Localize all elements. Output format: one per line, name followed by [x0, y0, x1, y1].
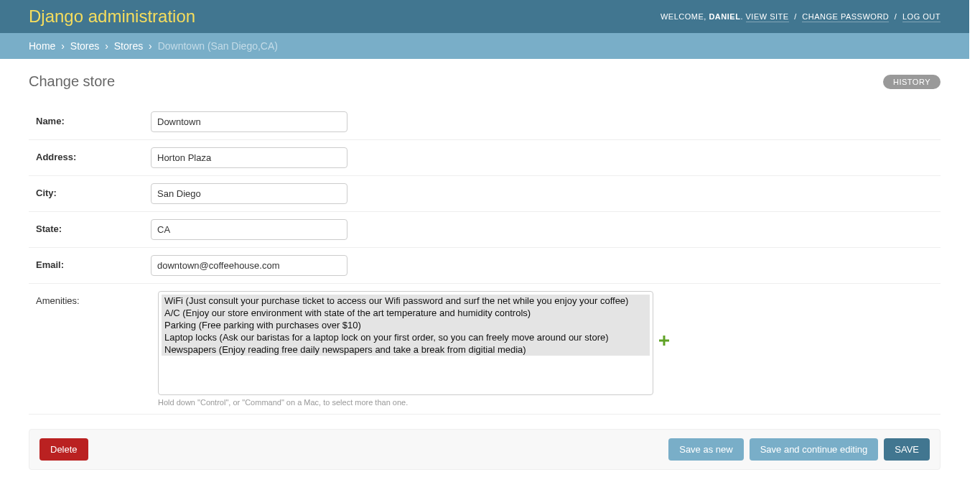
amenities-help: Hold down "Control", or "Command" on a M…	[158, 398, 933, 407]
state-label: State:	[36, 219, 151, 234]
amenities-label: Amenities:	[36, 291, 151, 306]
amenity-option[interactable]: Parking (Free parking with purchases ove…	[162, 319, 650, 331]
username: DANIEL	[709, 12, 740, 21]
site-title: Django administration	[29, 6, 195, 27]
admin-header: Django administration WELCOME, DANIEL. V…	[0, 0, 969, 33]
address-input[interactable]	[151, 147, 347, 168]
address-label: Address:	[36, 147, 151, 162]
city-input[interactable]	[151, 183, 347, 204]
field-row-state: State:	[29, 212, 941, 248]
amenity-option[interactable]: Newspapers (Enjoy reading free daily new…	[162, 343, 650, 356]
branding: Django administration	[29, 6, 195, 27]
breadcrumb-current: Downtown (San Diego,CA)	[158, 40, 278, 52]
save-as-new-button[interactable]	[668, 438, 743, 461]
field-row-name: Name:	[29, 104, 941, 140]
state-input[interactable]	[151, 219, 347, 240]
view-site-link[interactable]: VIEW SITE	[746, 12, 789, 22]
field-row-address: Address:	[29, 140, 941, 176]
delete-button[interactable]: Delete	[39, 438, 88, 461]
name-input[interactable]	[151, 111, 347, 132]
breadcrumb-app[interactable]: Stores	[70, 40, 99, 52]
add-amenity-icon[interactable]	[659, 334, 669, 349]
amenity-option[interactable]: WiFi (Just consult your purchase ticket …	[162, 295, 650, 307]
user-tools: WELCOME, DANIEL. VIEW SITE / CHANGE PASS…	[661, 12, 941, 21]
separator: /	[791, 12, 800, 21]
page-title: Change store	[29, 73, 115, 90]
svg-rect-1	[659, 340, 669, 342]
welcome-text: WELCOME,	[661, 12, 706, 21]
email-input[interactable]	[151, 255, 347, 276]
breadcrumb-model[interactable]: Stores	[114, 40, 143, 52]
save-button[interactable]	[884, 438, 930, 461]
logout-link[interactable]: LOG OUT	[902, 12, 941, 22]
separator: /	[892, 12, 900, 21]
amenity-option[interactable]: Laptop locks (Ask our baristas for a lap…	[162, 331, 650, 343]
save-continue-button[interactable]	[750, 438, 879, 461]
history-button[interactable]: HISTORY	[883, 75, 941, 89]
submit-row: Delete	[29, 429, 941, 470]
field-row-amenities: Amenities: WiFi (Just consult your purch…	[29, 284, 941, 415]
city-label: City:	[36, 183, 151, 198]
amenities-select[interactable]: WiFi (Just consult your purchase ticket …	[158, 291, 653, 395]
amenity-option[interactable]: A/C (Enjoy our store environment with st…	[162, 307, 650, 319]
change-form: Name: Address: City: State: Email:	[29, 104, 941, 470]
field-row-email: Email:	[29, 248, 941, 284]
field-row-city: City:	[29, 176, 941, 212]
change-password-link[interactable]: CHANGE PASSWORD	[802, 12, 889, 22]
email-label: Email:	[36, 255, 151, 270]
breadcrumb-home[interactable]: Home	[29, 40, 55, 52]
name-label: Name:	[36, 111, 151, 126]
breadcrumbs: Home › Stores › Stores › Downtown (San D…	[0, 33, 969, 59]
